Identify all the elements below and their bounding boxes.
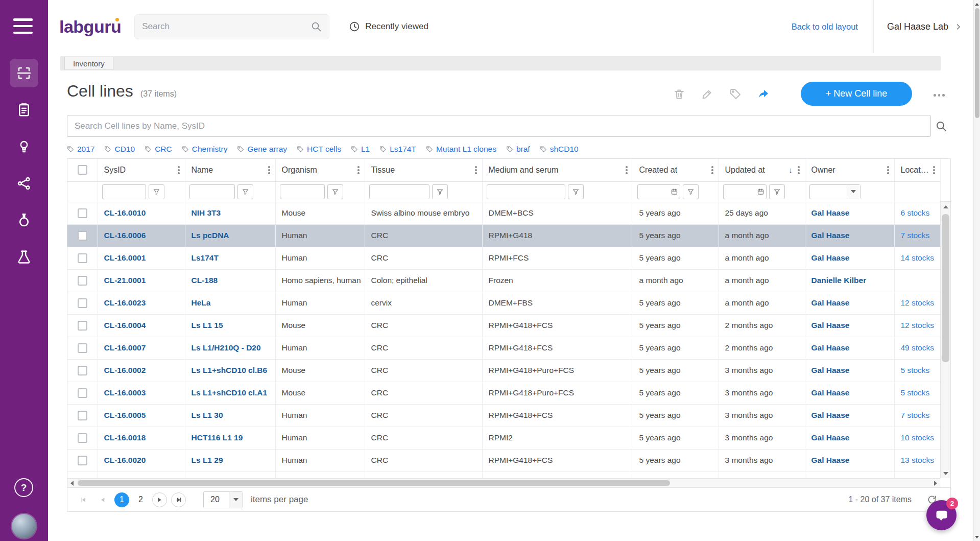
- filter-input-organism[interactable]: [280, 184, 325, 199]
- row-checkbox[interactable]: [78, 388, 87, 398]
- sysid-link[interactable]: CL-16.0023: [104, 298, 146, 307]
- page-scroll-thumb[interactable]: [975, 8, 979, 118]
- row-checkbox[interactable]: [78, 456, 87, 465]
- back-to-old-layout-link[interactable]: Back to old layout: [792, 22, 858, 32]
- name-link[interactable]: NIH 3T3: [192, 208, 221, 217]
- horizontal-scroll-thumb[interactable]: [78, 480, 670, 486]
- sidebar-item-inventory-scanner[interactable]: [10, 59, 38, 87]
- table-row[interactable]: CL-16.0001Ls174THumanCRCRPMI+FCS5 years …: [67, 247, 940, 269]
- column-menu-button[interactable]: [885, 164, 892, 176]
- edit-button[interactable]: [701, 88, 713, 102]
- filter-input-tissue[interactable]: [369, 184, 430, 199]
- location-link[interactable]: 14 stocks: [901, 253, 934, 262]
- menu-button[interactable]: [13, 18, 35, 34]
- name-link[interactable]: Ls L1 30: [192, 411, 223, 419]
- row-checkbox[interactable]: [78, 208, 87, 218]
- sysid-link[interactable]: CL-16.0020: [104, 456, 146, 464]
- table-search-button[interactable]: [935, 120, 947, 132]
- filter-funnel-button[interactable]: [432, 184, 448, 199]
- table-row[interactable]: CL-16.0020Ls L1 29HumanCRCRPMI+G418+FCS5…: [67, 449, 940, 472]
- filter-input-name[interactable]: [189, 184, 235, 199]
- filter-input-medium-and-serum[interactable]: [487, 184, 566, 199]
- column-header-sysid[interactable]: SysID: [98, 159, 185, 181]
- sysid-link[interactable]: CL-16.0005: [104, 411, 146, 419]
- owner-link[interactable]: Gal Haase: [811, 366, 850, 374]
- row-checkbox[interactable]: [78, 231, 87, 241]
- lab-switcher[interactable]: Gal Haase Lab: [887, 21, 962, 32]
- tag-shcd10[interactable]: shCD10: [540, 145, 579, 154]
- column-header-tissue[interactable]: Tissue: [365, 159, 482, 181]
- row-checkbox[interactable]: [78, 343, 87, 353]
- scroll-down-button[interactable]: [941, 468, 950, 478]
- table-row[interactable]: CL-16.0007Ls L1/H210Q - D20HumanCRCRPMI+…: [67, 337, 940, 359]
- delete-button[interactable]: [673, 88, 685, 102]
- column-header-location[interactable]: Location: [894, 159, 940, 181]
- page-button-2[interactable]: 2: [133, 492, 148, 507]
- cell-lines-search-input[interactable]: [67, 115, 930, 136]
- sidebar-item-samples-flask[interactable]: [10, 206, 38, 234]
- tag-mutant-l1-clones[interactable]: Mutant L1 clones: [426, 145, 496, 154]
- next-page-button[interactable]: [152, 492, 167, 507]
- filter-input-sysid[interactable]: [102, 184, 146, 199]
- calendar-button[interactable]: [757, 188, 764, 196]
- owner-link[interactable]: Gal Haase: [811, 411, 850, 419]
- table-row[interactable]: CL-16.0003Ls L1+shCD10 cl.A1MouseCRCRPMI…: [67, 382, 940, 404]
- recently-viewed-button[interactable]: Recently viewed: [349, 21, 428, 32]
- sidebar-item-protocols-clipboard[interactable]: [10, 96, 38, 124]
- owner-link[interactable]: Gal Haase: [811, 456, 850, 464]
- owner-link[interactable]: Gal Haase: [811, 208, 850, 217]
- help-button[interactable]: ?: [14, 478, 33, 497]
- select-all-checkbox[interactable]: [78, 165, 87, 175]
- tag-chemistry[interactable]: Chemistry: [182, 145, 228, 154]
- row-checkbox[interactable]: [78, 253, 87, 263]
- page-vertical-scrollbar[interactable]: [973, 0, 980, 541]
- sysid-link[interactable]: CL-16.0001: [104, 253, 146, 262]
- sysid-link[interactable]: CL-16.0006: [104, 231, 146, 240]
- tag-ls174t[interactable]: Ls174T: [379, 145, 416, 154]
- table-row[interactable]: CL-16.0018HCT116 L1 19HumanCRCRPMI25 yea…: [67, 427, 940, 449]
- sysid-link[interactable]: CL-16.0018: [104, 433, 146, 442]
- column-header-name[interactable]: Name: [185, 159, 275, 181]
- tag-cd10[interactable]: CD10: [104, 145, 135, 154]
- column-menu-button[interactable]: [355, 164, 362, 176]
- share-button[interactable]: [757, 88, 770, 102]
- global-search-input[interactable]: [135, 21, 310, 32]
- sysid-link[interactable]: CL-21.0001: [104, 276, 146, 285]
- row-checkbox[interactable]: [78, 321, 87, 331]
- breadcrumb-inventory[interactable]: Inventory: [64, 57, 113, 70]
- tag-braf[interactable]: braf: [506, 145, 530, 154]
- name-link[interactable]: Ls L1+shCD10 cl.B6: [192, 366, 268, 374]
- table-row[interactable]: CL-21.0001CL-188Homo sapiens, humanColon…: [67, 269, 940, 292]
- more-options-button[interactable]: [930, 91, 948, 100]
- name-link[interactable]: HeLa: [192, 298, 211, 307]
- filter-funnel-button[interactable]: [149, 184, 164, 199]
- name-link[interactable]: Ls L1 29: [192, 456, 223, 464]
- table-row[interactable]: CL-16.0005Ls L1 30HumanCRCRPMI+G418+FCS5…: [67, 404, 940, 427]
- column-menu-button[interactable]: [623, 164, 630, 176]
- name-link[interactable]: Ls L1/H210Q - D20: [192, 343, 261, 352]
- column-menu-button[interactable]: [472, 164, 480, 176]
- tag-hct-cells[interactable]: HCT cells: [297, 145, 341, 154]
- owner-link[interactable]: Gal Haase: [811, 253, 850, 262]
- labguru-logo[interactable]: labguru: [59, 17, 121, 37]
- tag-l1[interactable]: L1: [351, 145, 370, 154]
- new-cell-line-button[interactable]: + New Cell line: [801, 82, 912, 106]
- sidebar-item-equipment-beaker[interactable]: [10, 243, 38, 271]
- location-link[interactable]: 12 stocks: [901, 321, 934, 330]
- vertical-scroll-thumb[interactable]: [942, 214, 949, 362]
- table-row[interactable]: CL-16.0002Ls L1+shCD10 cl.B6MouseCRCRPMI…: [67, 359, 940, 382]
- column-menu-button[interactable]: [266, 164, 273, 176]
- owner-link[interactable]: Gal Haase: [811, 231, 850, 240]
- last-page-button[interactable]: [171, 492, 186, 507]
- scroll-up-button[interactable]: [941, 202, 950, 211]
- global-search[interactable]: [134, 14, 329, 39]
- previous-page-button[interactable]: [95, 492, 110, 507]
- name-link[interactable]: Ls L1 15: [192, 321, 223, 330]
- column-header-created-at[interactable]: Created at: [633, 159, 719, 181]
- table-horizontal-scrollbar[interactable]: [67, 478, 940, 487]
- column-menu-button[interactable]: [795, 164, 802, 176]
- column-header-organism[interactable]: Organism: [275, 159, 365, 181]
- location-link[interactable]: 5 stocks: [901, 366, 930, 374]
- name-link[interactable]: CL-188: [192, 276, 218, 285]
- page-size-select[interactable]: 20: [203, 491, 243, 508]
